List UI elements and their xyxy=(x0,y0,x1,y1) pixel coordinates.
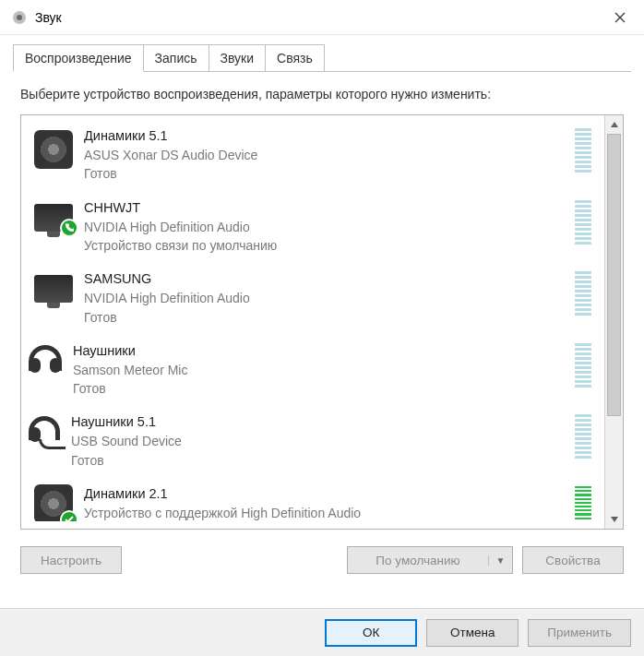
level-meter xyxy=(575,486,591,521)
device-row[interactable]: Наушники 5.1USB Sound DeviceГотов xyxy=(23,405,602,477)
device-listbox[interactable]: Динамики 5.1ASUS Xonar DS Audio DeviceГо… xyxy=(20,114,624,530)
svg-point-1 xyxy=(17,15,22,20)
sound-dialog: Звук Воспроизведение Запись Звуки Связь … xyxy=(0,0,644,656)
speaker-icon xyxy=(11,9,28,26)
device-name: Динамики 2.1 xyxy=(84,484,564,504)
device-sub: USB Sound Device xyxy=(71,432,564,450)
device-status: Готов xyxy=(73,379,564,398)
ok-button[interactable]: ОК xyxy=(325,619,417,647)
device-sub: Устройство с поддержкой High Definition … xyxy=(84,504,564,521)
tab-recording[interactable]: Запись xyxy=(143,44,209,72)
speaker-icon xyxy=(34,130,73,169)
device-name: Наушники 5.1 xyxy=(71,412,564,432)
tab-content: Выберите устройство воспроизведения, пар… xyxy=(0,72,644,608)
tab-playback[interactable]: Воспроизведение xyxy=(13,44,144,72)
scrollbar[interactable] xyxy=(604,115,623,529)
properties-button[interactable]: Свойства xyxy=(522,546,624,574)
device-status: Готов xyxy=(71,451,564,470)
device-name: CHHWJT xyxy=(84,198,564,218)
device-text: Наушники 5.1USB Sound DeviceГотов xyxy=(71,412,564,470)
tab-comm[interactable]: Связь xyxy=(265,44,325,72)
device-name: SAMSUNG xyxy=(84,269,564,289)
chevron-down-icon[interactable]: ▼ xyxy=(488,555,512,566)
check-badge-icon xyxy=(60,510,78,521)
scroll-thumb[interactable] xyxy=(607,134,621,416)
device-text: CHHWJTNVIDIA High Definition AudioУстрой… xyxy=(84,198,564,256)
dialog-footer: ОК Отмена Применить xyxy=(0,608,644,656)
device-sub: ASUS Xonar DS Audio Device xyxy=(84,146,564,164)
cancel-button[interactable]: Отмена xyxy=(426,619,519,647)
device-sub: NVIDIA High Definition Audio xyxy=(84,218,564,236)
apply-button[interactable]: Применить xyxy=(528,619,631,647)
headphone-icon xyxy=(29,345,62,371)
speaker-icon xyxy=(34,484,73,521)
device-status: Устройство связи по умолчанию xyxy=(84,236,564,255)
configure-button[interactable]: Настроить xyxy=(20,546,122,574)
device-text: НаушникиSamson Meteor MicГотов xyxy=(73,341,564,399)
level-meter xyxy=(575,200,591,245)
tab-strip: Воспроизведение Запись Звуки Связь xyxy=(0,35,644,72)
monitor-icon xyxy=(34,204,73,232)
level-meter xyxy=(575,343,591,388)
set-default-button[interactable]: По умолчанию ▼ xyxy=(347,546,513,574)
set-default-label: По умолчанию xyxy=(348,554,488,567)
titlebar: Звук xyxy=(0,0,644,35)
tab-sounds[interactable]: Звуки xyxy=(209,44,267,72)
device-text: SAMSUNGNVIDIA High Definition AudioГотов xyxy=(84,269,564,327)
device-name: Наушники xyxy=(73,341,564,361)
device-status: Готов xyxy=(84,308,564,327)
scroll-down-icon[interactable] xyxy=(605,510,624,529)
level-meter xyxy=(575,128,591,173)
close-icon[interactable] xyxy=(607,5,633,30)
panel-buttons: Настроить По умолчанию ▼ Свойства xyxy=(20,546,624,574)
device-text: Динамики 5.1ASUS Xonar DS Audio DeviceГо… xyxy=(84,126,564,184)
level-meter xyxy=(575,414,591,459)
device-sub: NVIDIA High Definition Audio xyxy=(84,289,564,307)
level-meter xyxy=(575,271,591,316)
device-status: Готов xyxy=(84,164,564,183)
device-sub: Samson Meteor Mic xyxy=(73,361,564,379)
instruction-text: Выберите устройство воспроизведения, пар… xyxy=(20,87,624,101)
device-row[interactable]: Динамики 5.1ASUS Xonar DS Audio DeviceГо… xyxy=(23,119,602,191)
phone-badge-icon xyxy=(60,219,78,237)
device-row[interactable]: SAMSUNGNVIDIA High Definition AudioГотов xyxy=(23,262,602,334)
headset-icon xyxy=(29,416,60,440)
device-row[interactable]: Динамики 2.1Устройство с поддержкой High… xyxy=(23,477,602,521)
device-row[interactable]: CHHWJTNVIDIA High Definition AudioУстрой… xyxy=(23,191,602,263)
scroll-up-icon[interactable] xyxy=(605,115,624,134)
device-row[interactable]: НаушникиSamson Meteor MicГотов xyxy=(23,334,602,406)
device-name: Динамики 5.1 xyxy=(84,126,564,146)
window-title: Звук xyxy=(35,10,62,25)
monitor-icon xyxy=(34,275,73,303)
device-text: Динамики 2.1Устройство с поддержкой High… xyxy=(84,484,564,521)
